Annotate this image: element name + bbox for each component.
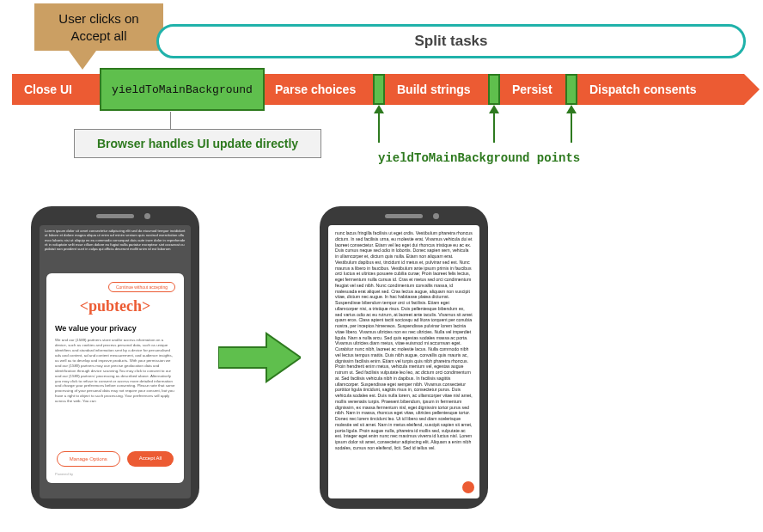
yield-points-label: yieldToMainBackground points xyxy=(378,151,580,165)
manage-options-button[interactable]: Manage Options xyxy=(57,451,120,467)
seg-build-strings: Build strings xyxy=(397,83,471,96)
callout-tail-icon xyxy=(69,51,96,70)
phone-after: nunc lacus fringilla facilisis ut eget o… xyxy=(320,206,488,509)
phone-before-ghost: Lorem ipsum dolor sit amet consectetur a… xyxy=(40,225,191,254)
yield-point-1 xyxy=(373,74,385,105)
pubtech-logo: <pubtech> xyxy=(55,297,175,315)
user-click-callout: User clicks on Accept all xyxy=(34,3,163,70)
phone-before: Lorem ipsum dolor sit amet consectetur a… xyxy=(31,206,199,509)
phone-after-screen: nunc lacus fringilla facilisis ut eget o… xyxy=(328,225,479,498)
yield-point-3 xyxy=(565,74,577,105)
seg-close-ui: Close UI xyxy=(24,83,72,96)
browser-handles-box: Browser handles UI update directly xyxy=(74,129,321,158)
browser-handles-text: Browser handles UI update directly xyxy=(97,137,298,150)
yield-arrow-2 xyxy=(493,112,495,143)
accept-all-button[interactable]: Accept All xyxy=(127,451,174,467)
yield-arrow-3 xyxy=(571,112,572,143)
split-tasks-pill: Split tasks xyxy=(156,24,746,58)
yield-arrow-1 xyxy=(378,112,380,143)
seg-yield-main: yieldToMainBackground xyxy=(100,68,265,111)
handles-connector xyxy=(170,112,171,129)
dialog-button-row: Manage Options Accept All xyxy=(55,451,175,467)
phone-after-content: nunc lacus fringilla facilisis ut eget o… xyxy=(328,225,479,456)
callout-text: User clicks on Accept all xyxy=(34,3,163,51)
seg-dispatch-consents: Dispatch consents xyxy=(589,83,696,96)
dialog-headline: We value your privacy xyxy=(55,324,175,333)
task-flow-arrow: Close UI yieldToMainBackground Parse cho… xyxy=(12,74,744,105)
seg-persist: Persist xyxy=(512,83,552,96)
continue-without-button[interactable]: Continue without accepting xyxy=(108,282,175,292)
dialog-body: We and our (1589) partners store and/or … xyxy=(55,338,175,446)
seg-parse-choices: Parse choices xyxy=(275,83,356,96)
transition-arrow-icon xyxy=(218,330,301,385)
phone-before-screen: Lorem ipsum dolor sit amet consectetur a… xyxy=(40,225,191,498)
fab-icon[interactable] xyxy=(462,481,474,493)
seg-yield-main-text: yieldToMainBackground xyxy=(112,83,253,96)
consent-dialog: Continue without accepting <pubtech> We … xyxy=(46,273,184,483)
svg-marker-0 xyxy=(218,333,301,382)
phones-comparison: Lorem ipsum dolor sit amet consectetur a… xyxy=(31,203,581,512)
split-tasks-label: Split tasks xyxy=(414,33,487,50)
powered-by-text: Powered by xyxy=(55,472,175,476)
yield-point-2 xyxy=(488,74,500,105)
